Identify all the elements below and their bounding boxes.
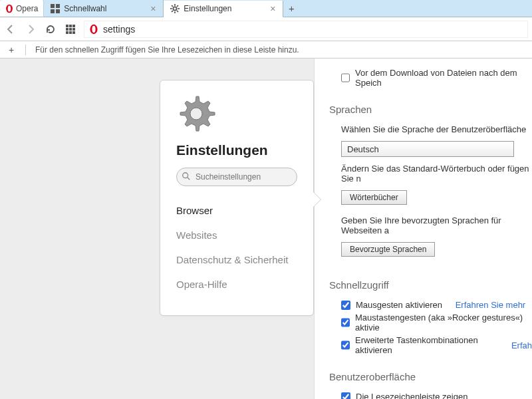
sidebar-wrap: Einstellungen Browser Websites Datenschu… bbox=[0, 59, 314, 399]
address-bar[interactable] bbox=[84, 21, 528, 38]
sidebar-item-browser[interactable]: Browser bbox=[176, 198, 297, 223]
dictionary-label: Ändern Sie das Standard-Wörterbuch oder … bbox=[341, 164, 532, 184]
reload-button[interactable] bbox=[44, 23, 57, 36]
download-ask-checkbox-row: Vor dem Download von Dateien nach dem Sp… bbox=[329, 68, 532, 88]
svg-rect-4 bbox=[51, 9, 55, 13]
add-bookmark-button[interactable]: + bbox=[7, 45, 16, 55]
sidebar-item-privacy[interactable]: Datenschutz & Sicherheit bbox=[176, 247, 297, 272]
svg-rect-5 bbox=[56, 9, 60, 13]
show-bookmark-bar-checkbox[interactable] bbox=[341, 392, 350, 400]
divider bbox=[25, 45, 26, 55]
opera-menu-label: Opera bbox=[16, 4, 38, 13]
active-pointer bbox=[313, 192, 321, 207]
svg-rect-21 bbox=[66, 31, 68, 34]
url-input[interactable] bbox=[103, 24, 523, 35]
gear-icon-large bbox=[176, 94, 216, 134]
section-ui: Benutzeroberfläche bbox=[329, 371, 532, 382]
tab-bar: Opera Schnellwahl × Einstellungen × + bbox=[0, 0, 532, 17]
download-ask-label: Vor dem Download von Dateien nach dem Sp… bbox=[355, 68, 532, 88]
svg-rect-23 bbox=[72, 31, 75, 34]
dictionaries-button[interactable]: Wörterbücher bbox=[341, 190, 407, 205]
speed-dial-icon bbox=[51, 4, 60, 13]
close-icon[interactable]: × bbox=[148, 4, 158, 13]
svg-rect-2 bbox=[51, 4, 55, 8]
mouse-gestures-checkbox[interactable] bbox=[341, 301, 350, 310]
tab-schnellwahl[interactable]: Schnellwahl × bbox=[44, 0, 164, 17]
mouse-gestures-label: Mausgesten aktivieren bbox=[356, 300, 442, 310]
svg-rect-19 bbox=[69, 28, 72, 31]
opera-menu-button[interactable]: Opera bbox=[0, 0, 44, 17]
preferred-languages-label: Geben Sie Ihre bevorzugten Sprachen für … bbox=[341, 215, 532, 235]
opera-logo-icon bbox=[88, 24, 99, 35]
advanced-shortcuts-checkbox[interactable] bbox=[341, 340, 350, 350]
svg-rect-18 bbox=[66, 28, 68, 31]
section-languages: Sprachen bbox=[329, 104, 532, 115]
bookmark-bar: + Für den schnellen Zugriff fügen Sie Ih… bbox=[0, 41, 532, 59]
advanced-shortcuts-link[interactable]: Erfah bbox=[511, 340, 532, 350]
speed-dial-button[interactable] bbox=[64, 23, 77, 36]
settings-sidebar: Einstellungen Browser Websites Datenschu… bbox=[160, 80, 314, 316]
section-quickaccess: Schnellzugriff bbox=[329, 279, 532, 291]
svg-line-28 bbox=[188, 178, 190, 180]
svg-rect-20 bbox=[72, 28, 75, 31]
rocker-gestures-label: Maustastengesten (aka »Rocker gestures«)… bbox=[355, 313, 532, 332]
search-icon bbox=[182, 172, 191, 181]
svg-line-11 bbox=[172, 5, 173, 7]
svg-rect-22 bbox=[69, 31, 72, 34]
svg-line-12 bbox=[177, 11, 178, 12]
download-ask-checkbox[interactable] bbox=[341, 73, 350, 82]
tab-einstellungen[interactable]: Einstellungen × bbox=[164, 1, 283, 17]
sidebar-item-websites[interactable]: Websites bbox=[176, 223, 297, 247]
svg-line-14 bbox=[177, 5, 178, 7]
tab-label: Schnellwahl bbox=[64, 4, 106, 13]
page-title: Einstellungen bbox=[176, 142, 297, 158]
ui-language-select[interactable]: Deutsch bbox=[341, 141, 514, 157]
bookmark-hint-text: Für den schnellen Zugriff fügen Sie Ihre… bbox=[35, 45, 299, 55]
preferred-languages-button[interactable]: Bevorzugte Sprachen bbox=[341, 242, 435, 257]
opera-logo-icon bbox=[5, 4, 13, 13]
gear-icon bbox=[170, 4, 180, 13]
svg-point-26 bbox=[190, 108, 202, 120]
svg-point-6 bbox=[174, 7, 177, 10]
new-tab-button[interactable]: + bbox=[283, 3, 299, 14]
mouse-gestures-learn-more-link[interactable]: Erfahren Sie mehr bbox=[456, 300, 526, 310]
main-area: Einstellungen Browser Websites Datenschu… bbox=[0, 59, 532, 399]
show-bookmark-bar-label: Die Lesezeichenleiste zeigen bbox=[356, 392, 467, 399]
forward-button[interactable] bbox=[24, 23, 37, 36]
ui-language-label: Wählen Sie die Sprache der Benutzeröberf… bbox=[341, 124, 532, 134]
svg-rect-15 bbox=[66, 25, 68, 27]
settings-search bbox=[176, 168, 297, 186]
settings-search-input[interactable] bbox=[176, 168, 297, 186]
toolbar bbox=[0, 17, 532, 41]
advanced-shortcuts-label: Erweiterte Tastenkombinationen aktiviere… bbox=[355, 335, 498, 355]
rocker-gestures-checkbox[interactable] bbox=[341, 318, 350, 327]
settings-content: Vor dem Download von Dateien nach dem Sp… bbox=[314, 59, 532, 399]
close-icon[interactable]: × bbox=[268, 4, 277, 13]
svg-point-1 bbox=[8, 5, 11, 11]
svg-rect-3 bbox=[56, 4, 60, 8]
svg-rect-17 bbox=[72, 25, 75, 27]
svg-rect-16 bbox=[69, 25, 72, 27]
svg-point-27 bbox=[183, 173, 188, 178]
sidebar-item-help[interactable]: Opera-Hilfe bbox=[176, 272, 297, 297]
tab-label: Einstellungen bbox=[184, 4, 231, 13]
svg-line-13 bbox=[172, 11, 173, 12]
back-button[interactable] bbox=[4, 23, 17, 36]
svg-point-25 bbox=[92, 25, 95, 32]
